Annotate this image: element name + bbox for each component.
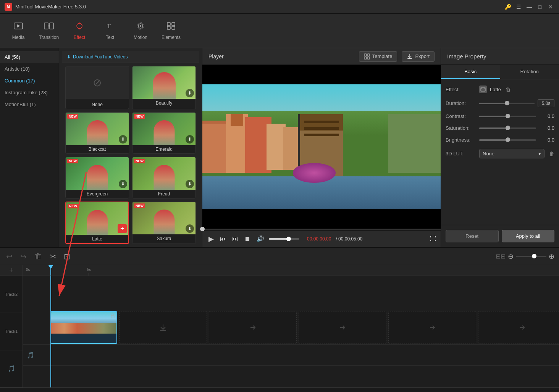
app-layout: Media Transition Effect T Text Motion (0, 14, 559, 392)
empty-slot-5[interactable] (478, 311, 559, 344)
timeline-scrollbar[interactable] (0, 387, 559, 392)
close-button[interactable]: ✕ (547, 3, 554, 11)
saturation-slider[interactable] (479, 127, 536, 129)
empty-slot-4[interactable] (388, 311, 476, 344)
crop-button[interactable]: ⊡ (62, 250, 72, 263)
new-badge-latte: NEW (68, 204, 79, 208)
key-icon[interactable]: 🔑 (504, 3, 512, 11)
effect-latte[interactable]: NEW + Latte (65, 202, 129, 244)
zoom-out-button[interactable]: ⊖ (508, 252, 514, 261)
category-common[interactable]: Common (17) (0, 75, 59, 87)
clip-buildings (51, 323, 116, 334)
emerald-download-btn[interactable]: ⬇ (186, 135, 194, 144)
latte-thumb: NEW + (66, 202, 128, 235)
sakura-download-btn[interactable]: ⬇ (186, 224, 194, 233)
brightness-slider[interactable] (479, 139, 536, 141)
progress-thumb[interactable] (200, 227, 205, 231)
empty-slot-3[interactable] (299, 311, 386, 344)
category-instagram[interactable]: Instagram-Like (28) (0, 87, 59, 98)
time-current: 00:00:00.00 (307, 236, 331, 242)
svg-rect-13 (167, 23, 170, 26)
volume-slider[interactable] (269, 238, 299, 240)
blackcat-download-btn[interactable]: ⬇ (119, 135, 127, 144)
effect-name-evergreen: Evergreen (66, 190, 129, 198)
template-button[interactable]: Template (359, 51, 397, 62)
none-icon: ⊘ (93, 76, 102, 89)
properties-header: Image Property (441, 48, 559, 65)
motion-icon (136, 22, 145, 32)
download-bar[interactable]: ⬇ Download YouTube Videos (62, 51, 199, 63)
effect-evergreen[interactable]: NEW ⬇ Evergreen (65, 157, 129, 198)
effect-name-beautify: Beautify (132, 99, 195, 107)
stop-button[interactable]: ⏹ (243, 234, 252, 244)
fullscreen-button[interactable]: ⛶ (430, 236, 436, 242)
beautify-download-btn[interactable]: ⬇ (186, 89, 194, 97)
effect-sakura[interactable]: NEW ⬇ Sakura (132, 202, 196, 244)
toolbar-text[interactable]: T Text (95, 16, 125, 46)
evergreen-download-btn[interactable]: ⬇ (119, 180, 127, 188)
duration-thumb[interactable] (505, 101, 509, 105)
motion-label: Motion (134, 35, 147, 40)
timeline-tracks-container[interactable]: 0s 5s (23, 265, 559, 387)
town-clip[interactable] (50, 311, 117, 344)
delete-button[interactable]: 🗑 (33, 250, 44, 262)
effect-beautify[interactable]: ⬇ Beautify (132, 66, 196, 109)
redo-button[interactable]: ↪ (19, 250, 28, 263)
svg-marker-1 (17, 24, 20, 27)
zoom-in-button[interactable]: ⊕ (549, 252, 554, 261)
cut-button[interactable]: ✂ (48, 250, 58, 263)
toolbar-elements[interactable]: Elements (156, 16, 186, 46)
category-artistic[interactable]: Artistic (10) (0, 63, 59, 75)
duration-row: Duration: 5.0s (446, 99, 554, 107)
freud-download-btn[interactable]: ⬇ (186, 180, 194, 188)
slot-arrow-icon-4 (428, 323, 436, 332)
toolbar-motion[interactable]: Motion (125, 16, 156, 46)
lut-dropdown[interactable]: None ▾ (479, 149, 544, 158)
toolbar-effect[interactable]: Effect (64, 16, 95, 46)
export-button[interactable]: Export (402, 51, 435, 62)
effect-blackcat[interactable]: NEW ⬇ Blackcat (65, 112, 129, 154)
effect-none[interactable]: ⊘ None (65, 66, 129, 109)
toolbar-transition[interactable]: Transition (34, 16, 64, 46)
play-button[interactable]: ▶ (207, 233, 215, 245)
latte-add-btn[interactable]: + (118, 224, 127, 233)
new-badge-evergreen: NEW (67, 159, 78, 163)
lut-delete-icon[interactable]: 🗑 (549, 151, 554, 157)
download-icon: ⬇ (67, 54, 71, 60)
apply-all-button[interactable]: Apply to all (502, 230, 555, 242)
player-progress-bar[interactable] (202, 229, 441, 230)
effect-freud[interactable]: NEW ⬇ Freud (132, 157, 196, 198)
effect-delete-icon[interactable]: 🗑 (506, 86, 511, 92)
duration-slider[interactable] (479, 103, 535, 104)
effect-emerald[interactable]: NEW ⬇ Emerald (132, 112, 196, 154)
tab-rotation[interactable]: Rotation (500, 65, 559, 79)
contrast-slider[interactable] (479, 116, 536, 117)
zoom-slider[interactable] (516, 256, 546, 257)
step-back-button[interactable]: ⏮ (218, 234, 228, 244)
step-forward-button[interactable]: ⏭ (231, 234, 240, 244)
reset-button[interactable]: Reset (446, 230, 499, 242)
empty-slot-1[interactable] (119, 311, 207, 344)
category-motionblur[interactable]: MotionBlur (1) (0, 98, 59, 110)
volume-thumb[interactable] (286, 237, 291, 241)
undo-button[interactable]: ↩ (5, 250, 14, 263)
restore-button[interactable]: □ (536, 3, 544, 11)
contrast-thumb[interactable] (506, 114, 510, 118)
brightness-thumb[interactable] (506, 137, 510, 142)
svg-rect-18 (367, 54, 370, 56)
add-track-button[interactable]: + (9, 266, 13, 274)
tree-right (388, 114, 441, 173)
saturation-thumb[interactable] (506, 126, 510, 130)
toolbar-media[interactable]: Media (3, 16, 34, 46)
menu-icon[interactable]: ☰ (515, 3, 522, 11)
tab-basic[interactable]: Basic (441, 65, 500, 79)
category-all[interactable]: All (56) (0, 51, 59, 63)
minimize-button[interactable]: — (525, 3, 533, 11)
person-emerald (153, 120, 174, 145)
zoom-thumb[interactable] (532, 254, 536, 258)
empty-slot-2[interactable] (209, 311, 297, 344)
property-content: Effect: Latte 🗑 (441, 79, 559, 225)
slot-download-icon-1 (159, 323, 167, 332)
categories-sidebar: All (56) Artistic (10) Common (17) Insta… (0, 48, 59, 247)
volume-button[interactable]: 🔊 (255, 234, 266, 244)
